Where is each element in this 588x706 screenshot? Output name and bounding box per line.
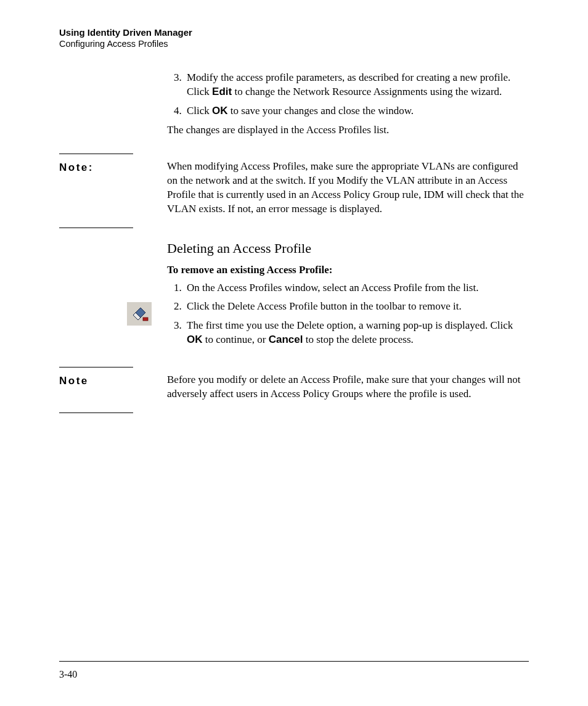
intro-steps: Modify the access profile parameters, as… bbox=[167, 71, 529, 118]
note-rule-row bbox=[59, 220, 529, 228]
rule bbox=[59, 367, 133, 367]
delete-profile-icon bbox=[127, 302, 152, 326]
note-body: When modifying Access Profiles, make sur… bbox=[167, 160, 529, 216]
intro-paragraph: The changes are displayed in the Access … bbox=[167, 123, 529, 138]
rule bbox=[59, 413, 133, 413]
footer-rule bbox=[59, 661, 529, 662]
steps-upper: On the Access Profiles window, select an… bbox=[59, 281, 529, 300]
steps-icon-row: Click the Delete Access Profile button i… bbox=[59, 300, 529, 352]
list-item: Modify the access profile parameters, as… bbox=[184, 71, 529, 99]
ok-label: OK bbox=[187, 334, 203, 345]
list-item: Click OK to save your changes and close … bbox=[184, 104, 529, 118]
list-item: Click the Delete Access Profile button i… bbox=[184, 300, 529, 314]
section-heading-row: Deleting an Access Profile To remove an … bbox=[59, 228, 529, 281]
note-label: Note bbox=[59, 375, 167, 387]
page: Using Identity Driven Manager Configurin… bbox=[0, 0, 588, 706]
header-title: Using Identity Driven Manager bbox=[59, 27, 529, 38]
section-subheading: To remove an existing Access Profile: bbox=[167, 264, 529, 276]
page-content: Modify the access profile parameters, as… bbox=[59, 71, 529, 413]
running-header: Using Identity Driven Manager Configurin… bbox=[59, 27, 529, 49]
section-heading: Deleting an Access Profile bbox=[167, 240, 529, 257]
edit-label: Edit bbox=[212, 86, 232, 97]
list-item: The first time you use the Delete option… bbox=[184, 319, 529, 347]
header-subtitle: Configuring Access Profiles bbox=[59, 39, 529, 49]
note-block: Note Before you modify or delete an Acce… bbox=[59, 367, 529, 405]
svg-rect-3 bbox=[143, 318, 148, 321]
intro-block: Modify the access profile parameters, as… bbox=[59, 71, 529, 141]
delete-steps-cont: Click the Delete Access Profile button i… bbox=[167, 300, 529, 347]
delete-steps: On the Access Profiles window, select an… bbox=[167, 281, 529, 295]
note-body: Before you modify or delete an Access Pr… bbox=[167, 373, 529, 401]
note-label: Note: bbox=[59, 162, 167, 174]
rule bbox=[59, 154, 133, 154]
ok-label: OK bbox=[212, 105, 228, 117]
list-item: On the Access Profiles window, select an… bbox=[184, 281, 529, 295]
cancel-label: Cancel bbox=[269, 334, 303, 345]
page-number: 3-40 bbox=[59, 669, 77, 680]
note-block: Note: When modifying Access Profiles, ma… bbox=[59, 154, 529, 220]
note-rule-row bbox=[59, 405, 529, 413]
